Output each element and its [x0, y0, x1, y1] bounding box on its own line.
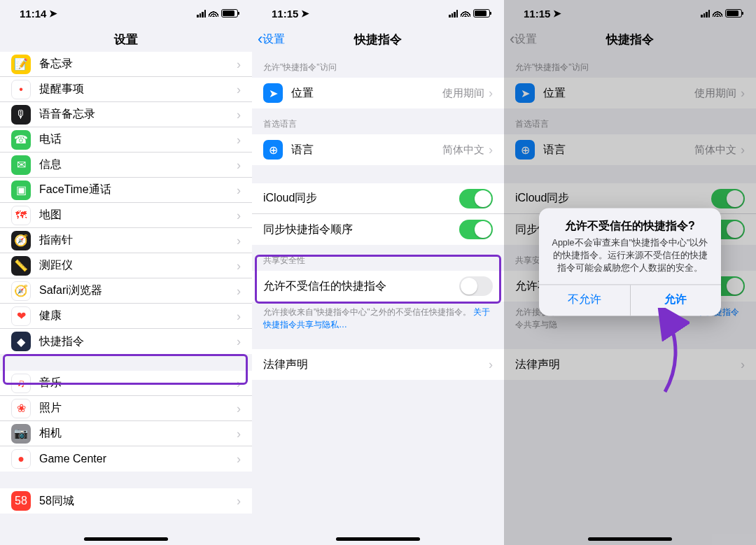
app-icon: 🧭: [11, 281, 31, 301]
alert-title: 允许不受信任的快捷指令?: [549, 219, 711, 234]
location-row[interactable]: ➤ 位置 使用期间 ›: [252, 78, 504, 108]
app-icon: 📷: [11, 424, 31, 444]
chevron-left-icon: ‹: [258, 31, 262, 47]
row-label: 提醒事项: [39, 82, 237, 97]
status-bar: 11:15 ➤: [252, 0, 504, 27]
row-label: 音乐: [39, 376, 237, 390]
settings-row[interactable]: ❀照片›: [0, 396, 252, 421]
settings-row[interactable]: 🎙语音备忘录›: [0, 102, 252, 127]
chevron-right-icon: ›: [237, 402, 241, 415]
app-icon: 📏: [11, 256, 31, 276]
screen-shortcuts-settings: 11:15 ➤ ‹ 设置 快捷指令 允许"快捷指令"访问 ➤ 位置 使用期间 ›…: [252, 0, 504, 545]
chevron-right-icon: ›: [237, 495, 241, 507]
row-label: Game Center: [39, 453, 237, 465]
chevron-right-icon: ›: [237, 134, 241, 146]
settings-row[interactable]: ●Game Center›: [0, 446, 252, 472]
untrusted-footer: 允许接收来自"快捷指令中心"之外的不受信任快捷指令。 关于快捷指令共享与隐私…: [252, 302, 504, 331]
app-icon: ▣: [11, 181, 31, 200]
app-icon: ♫: [11, 374, 31, 393]
row-label: 相机: [39, 426, 237, 441]
row-label: 58同城: [39, 494, 237, 509]
app-icon: ☎: [11, 130, 31, 150]
toggle-sync-order[interactable]: [459, 220, 493, 239]
chevron-right-icon: ›: [489, 358, 493, 371]
row-label: 照片: [39, 401, 237, 416]
app-icon: 📝: [11, 55, 31, 74]
chevron-right-icon: ›: [489, 143, 493, 156]
app-icon: 🧭: [11, 231, 31, 250]
chevron-right-icon: ›: [237, 209, 241, 222]
row-label: FaceTime通话: [39, 183, 237, 197]
chevron-right-icon: ›: [237, 234, 241, 247]
settings-row[interactable]: ▣FaceTime通话›: [0, 178, 252, 203]
untrusted-row[interactable]: 允许不受信任的快捷指令: [252, 271, 504, 302]
screen-settings-root: 11:14 ➤ 设置 📝备忘录›•提醒事项›🎙语音备忘录›☎电话›✉信息›▣Fa…: [0, 0, 252, 545]
section-language: 首选语言: [252, 108, 504, 134]
signal-icon: [197, 10, 206, 17]
globe-icon: ⊕: [263, 140, 283, 160]
app-icon: ❀: [11, 399, 31, 418]
home-indicator: [336, 537, 420, 541]
app-icon: ◆: [11, 332, 31, 351]
settings-row[interactable]: ♫音乐›: [0, 371, 252, 396]
location-icon: ➤: [301, 8, 309, 19]
sync-order-row[interactable]: 同步快捷指令顺序: [252, 214, 504, 245]
row-label: 快捷指令: [39, 334, 237, 349]
app-icon: 🗺: [11, 206, 31, 225]
settings-row[interactable]: ◆快捷指令›: [0, 329, 252, 354]
signal-icon: [449, 10, 458, 17]
chevron-right-icon: ›: [237, 377, 241, 390]
location-arrow-icon: ➤: [263, 83, 283, 103]
toggle-icloud[interactable]: [459, 189, 493, 208]
alert-message: Apple不会审查来自"快捷指令中心"以外的快捷指令。运行来源不受信任的快捷指令…: [549, 236, 711, 274]
wifi-icon: [461, 8, 470, 19]
settings-row[interactable]: 🧭Safari浏览器›: [0, 278, 252, 304]
icloud-sync-row[interactable]: iCloud同步: [252, 183, 504, 214]
alert-allow-button[interactable]: 允许: [630, 285, 722, 316]
chevron-right-icon: ›: [237, 108, 241, 121]
wifi-icon: [209, 8, 218, 19]
section-sharing: 共享安全性: [252, 245, 504, 271]
app-icon: 58: [11, 491, 31, 511]
chevron-right-icon: ›: [237, 453, 241, 465]
alert-deny-button[interactable]: 不允许: [539, 285, 630, 316]
app-icon: 🎙: [11, 105, 31, 125]
back-button[interactable]: ‹ 设置: [258, 27, 285, 52]
chevron-right-icon: ›: [237, 285, 241, 297]
page-title: 设置: [114, 31, 138, 48]
settings-row[interactable]: ✉信息›: [0, 153, 252, 178]
settings-row[interactable]: •提醒事项›: [0, 77, 252, 102]
chevron-right-icon: ›: [237, 427, 241, 440]
section-access: 允许"快捷指令"访问: [252, 52, 504, 78]
row-label: 健康: [39, 309, 237, 323]
row-label: 电话: [39, 132, 237, 147]
nav-header: 设置: [0, 27, 252, 52]
settings-row[interactable]: 📝备忘录›: [0, 52, 252, 77]
settings-row[interactable]: 🧭指南针›: [0, 228, 252, 253]
page-title: 快捷指令: [354, 31, 402, 48]
chevron-right-icon: ›: [237, 310, 241, 323]
chevron-right-icon: ›: [237, 260, 241, 272]
legal-row[interactable]: 法律声明 ›: [252, 349, 504, 380]
app-icon: ❤: [11, 306, 31, 326]
settings-row[interactable]: 5858同城›: [0, 488, 252, 514]
untrusted-alert: 允许不受信任的快捷指令? Apple不会审查来自"快捷指令中心"以外的快捷指令。…: [539, 208, 721, 316]
settings-row[interactable]: ❤健康›: [0, 304, 252, 329]
settings-row[interactable]: 📷相机›: [0, 421, 252, 446]
toggle-untrusted[interactable]: [459, 276, 493, 296]
chevron-right-icon: ›: [237, 58, 241, 71]
language-row[interactable]: ⊕ 语言 简体中文 ›: [252, 134, 504, 165]
row-label: 信息: [39, 157, 237, 172]
settings-row[interactable]: ☎电话›: [0, 127, 252, 153]
home-indicator: [84, 537, 168, 541]
row-label: 备忘录: [39, 57, 237, 71]
nav-header: ‹ 设置 快捷指令: [252, 27, 504, 52]
chevron-right-icon: ›: [237, 83, 241, 96]
battery-icon: [473, 9, 490, 17]
app-icon: •: [11, 80, 31, 99]
chevron-right-icon: ›: [237, 335, 241, 348]
settings-row[interactable]: 🗺地图›: [0, 203, 252, 228]
app-icon: ●: [11, 449, 31, 469]
settings-row[interactable]: 📏测距仪›: [0, 253, 252, 278]
row-label: 地图: [39, 208, 237, 222]
